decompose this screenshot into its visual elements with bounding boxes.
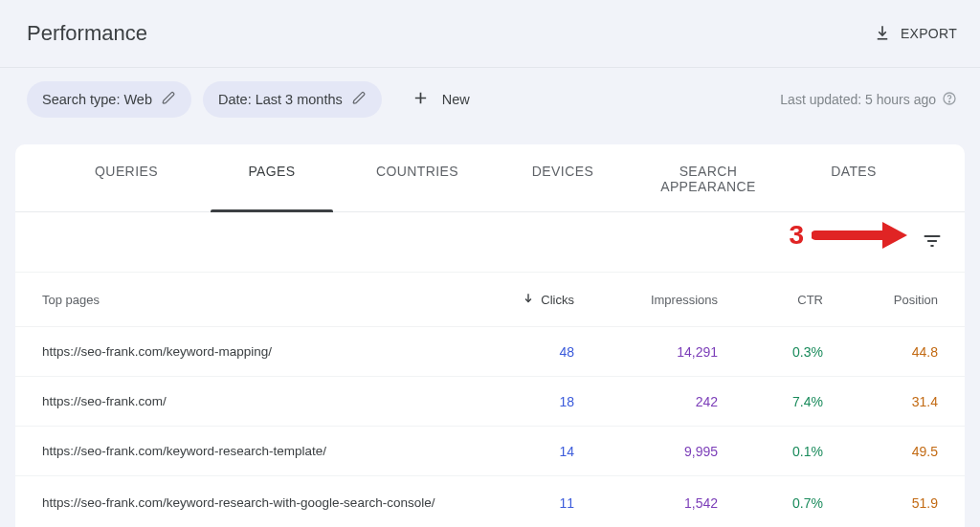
date-chip[interactable]: Date: Last 3 months bbox=[203, 81, 382, 118]
cell-position: 49.5 bbox=[823, 444, 938, 459]
pages-table: Top pages Clicks Impressions CTR Positio… bbox=[15, 272, 965, 527]
sort-desc-icon bbox=[522, 292, 535, 308]
cell-clicks: 14 bbox=[459, 444, 574, 459]
cell-clicks: 11 bbox=[459, 495, 574, 511]
tab-dates[interactable]: DATES bbox=[781, 144, 926, 211]
search-type-chip-label: Search type: Web bbox=[42, 92, 152, 107]
svg-marker-3 bbox=[882, 222, 907, 249]
table-row[interactable]: https://seo-frank.com/ 18 242 7.4% 31.4 bbox=[15, 377, 965, 427]
tab-countries[interactable]: COUNTRIES bbox=[345, 144, 490, 211]
new-filter-button[interactable]: New bbox=[412, 90, 470, 109]
plus-icon bbox=[412, 90, 429, 109]
col-clicks[interactable]: Clicks bbox=[459, 292, 574, 308]
table-row[interactable]: https://seo-frank.com/keyword-research-w… bbox=[15, 476, 965, 527]
download-icon bbox=[874, 24, 891, 44]
annotation-3: 3 bbox=[789, 220, 907, 251]
cell-impressions: 1,542 bbox=[574, 495, 718, 511]
page-url: https://seo-frank.com/keyword-mapping/ bbox=[42, 343, 459, 361]
col-clicks-label: Clicks bbox=[541, 293, 574, 307]
table-row[interactable]: https://seo-frank.com/keyword-mapping/ 4… bbox=[15, 327, 965, 377]
table-row[interactable]: https://seo-frank.com/keyword-research-t… bbox=[15, 427, 965, 476]
cell-impressions: 242 bbox=[574, 394, 718, 409]
pencil-icon bbox=[162, 91, 176, 108]
tab-queries[interactable]: QUERIES bbox=[54, 144, 199, 211]
help-icon[interactable] bbox=[942, 91, 957, 109]
annotation-label: 3 bbox=[789, 220, 804, 251]
last-updated: Last updated: 5 hours ago bbox=[780, 91, 957, 109]
cell-clicks: 48 bbox=[459, 344, 574, 360]
search-type-chip[interactable]: Search type: Web bbox=[27, 81, 191, 118]
page-url: https://seo-frank.com/keyword-research-t… bbox=[42, 443, 459, 460]
col-ctr[interactable]: CTR bbox=[718, 293, 823, 307]
cell-ctr: 7.4% bbox=[718, 394, 823, 409]
col-pages: Top pages bbox=[42, 293, 459, 307]
tab-pages[interactable]: PAGES bbox=[199, 144, 345, 211]
cell-ctr: 0.7% bbox=[718, 495, 823, 511]
table-header: Top pages Clicks Impressions CTR Positio… bbox=[15, 272, 965, 327]
page-url: https://seo-frank.com/keyword-research-w… bbox=[42, 494, 459, 512]
page-url: https://seo-frank.com/ bbox=[42, 393, 459, 410]
tab-search-appearance[interactable]: SEARCH APPEARANCE bbox=[635, 144, 781, 211]
col-position[interactable]: Position bbox=[823, 293, 938, 307]
export-button[interactable]: EXPORT bbox=[874, 24, 957, 44]
date-chip-label: Date: Last 3 months bbox=[218, 92, 343, 107]
new-label: New bbox=[442, 92, 470, 107]
cell-clicks: 18 bbox=[459, 394, 574, 409]
export-label: EXPORT bbox=[901, 26, 957, 41]
page-title: Performance bbox=[27, 21, 147, 46]
pencil-icon bbox=[352, 91, 367, 108]
col-impressions[interactable]: Impressions bbox=[574, 293, 718, 307]
cell-impressions: 9,995 bbox=[574, 444, 718, 459]
last-updated-text: Last updated: 5 hours ago bbox=[780, 92, 936, 107]
tabs: QUERIES PAGES COUNTRIES DEVICES SEARCH A… bbox=[15, 144, 965, 212]
cell-ctr: 0.3% bbox=[718, 344, 823, 360]
tab-devices[interactable]: DEVICES bbox=[490, 144, 635, 211]
cell-impressions: 14,291 bbox=[574, 344, 718, 360]
report-card: QUERIES PAGES COUNTRIES DEVICES SEARCH A… bbox=[15, 144, 965, 527]
filter-icon[interactable] bbox=[923, 231, 942, 254]
cell-ctr: 0.1% bbox=[718, 444, 823, 459]
svg-point-1 bbox=[948, 100, 949, 101]
arrow-right-icon bbox=[812, 220, 907, 251]
cell-position: 31.4 bbox=[823, 394, 938, 409]
cell-position: 44.8 bbox=[823, 344, 938, 360]
cell-position: 51.9 bbox=[823, 495, 938, 511]
